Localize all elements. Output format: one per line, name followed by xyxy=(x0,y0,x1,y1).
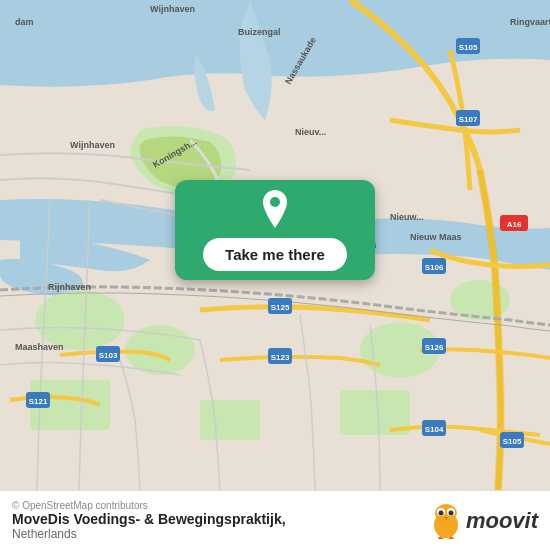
svg-text:S126: S126 xyxy=(425,343,444,352)
moovit-text: moovit xyxy=(466,508,538,534)
svg-text:S123: S123 xyxy=(271,353,290,362)
svg-text:Wijnhaven: Wijnhaven xyxy=(150,4,195,14)
map-pin-icon xyxy=(259,190,291,232)
svg-text:Nieuw Maas: Nieuw Maas xyxy=(410,232,462,242)
location-name: MoveDis Voedings- & Bewegingspraktijk, xyxy=(12,511,286,527)
svg-rect-6 xyxy=(200,400,260,440)
svg-text:S105: S105 xyxy=(459,43,478,52)
map-container: S105 S107 S106 A16 S125 S123 S126 S103 S… xyxy=(0,0,550,490)
svg-point-48 xyxy=(438,510,443,515)
location-country: Netherlands xyxy=(12,527,286,541)
svg-point-1 xyxy=(35,290,125,350)
svg-text:A16: A16 xyxy=(507,220,522,229)
svg-text:S106: S106 xyxy=(425,263,444,272)
copyright-text: © OpenStreetMap contributors xyxy=(12,500,286,511)
svg-point-49 xyxy=(448,510,453,515)
svg-text:S105: S105 xyxy=(503,437,522,446)
footer: © OpenStreetMap contributors MoveDis Voe… xyxy=(0,490,550,550)
moovit-icon xyxy=(430,503,462,539)
svg-text:S104: S104 xyxy=(425,425,444,434)
moovit-logo: moovit xyxy=(430,503,538,539)
svg-text:S103: S103 xyxy=(99,351,118,360)
location-card[interactable]: Take me there xyxy=(175,180,375,280)
svg-text:Ringvaart: Ringvaart xyxy=(510,17,550,27)
svg-text:Nieuv...: Nieuv... xyxy=(295,127,326,137)
svg-text:S121: S121 xyxy=(29,397,48,406)
svg-text:S125: S125 xyxy=(271,303,290,312)
svg-text:S107: S107 xyxy=(459,115,478,124)
svg-point-43 xyxy=(270,197,280,207)
svg-text:Wijnhaven: Wijnhaven xyxy=(70,140,115,150)
take-me-there-button[interactable]: Take me there xyxy=(203,238,347,271)
footer-info: © OpenStreetMap contributors MoveDis Voe… xyxy=(12,500,286,541)
svg-text:Maashaven: Maashaven xyxy=(15,342,64,352)
svg-text:Buizengal: Buizengal xyxy=(238,27,281,37)
svg-text:dam: dam xyxy=(15,17,34,27)
svg-text:Nieuw...: Nieuw... xyxy=(390,212,424,222)
svg-text:Rijnhaven: Rijnhaven xyxy=(48,282,91,292)
